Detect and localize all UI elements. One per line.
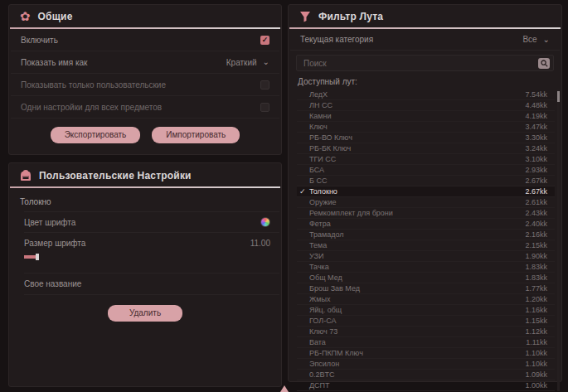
loot-list-scrollbar[interactable] [557,90,560,391]
name-mode-dropdown[interactable]: Краткий ⌄ [226,58,269,67]
loot-list-item[interactable]: ✓ Ключ 73 1.12kk [297,327,555,337]
loot-item-value: 3.10kk [525,155,547,163]
loot-list-item[interactable]: ✓ Эпсилон 1.10kk [297,359,555,370]
loot-item-value: 3.24kk [525,144,547,152]
loot-item-value: 2.40kk [525,220,547,228]
category-value: Все [522,35,536,44]
delete-button[interactable]: Удалить [108,305,182,322]
selected-item-name: Толокно [9,188,281,211]
loot-list-item[interactable]: ✓ Тема 2.15kk [297,240,555,251]
loot-list-item[interactable]: ✓ РБ-ВО Ключ 3.30kk [297,133,555,143]
font-size-slider-row [24,253,281,266]
loot-item-name: БСА [309,166,324,174]
import-button[interactable]: Импортировать [152,127,240,143]
loot-list-item[interactable]: ✓ Ремкомплект для брони 2.43kk [297,208,555,219]
scrollbar-thumb[interactable] [557,91,560,102]
loot-list-item[interactable]: ✓ УЗИ 1.90kk [297,251,555,262]
loot-item-value: 1.10kk [525,349,547,357]
loot-list-item[interactable]: ✓ Жмых 1.20kk [297,294,555,305]
loot-item-name: Трамадол [309,230,344,239]
general-panel-header: ✿ Общие [9,5,281,27]
loot-list-item[interactable]: ✓ Фетра 2.40kk [297,219,555,230]
loot-item-value: 1.83kk [525,263,547,271]
only-custom-checkbox[interactable] [260,80,269,90]
loot-item-value: 2.67kk [525,187,547,196]
loot-item-name: Тачка [309,263,329,271]
loot-list-item[interactable]: ✓ РБ-БК Ключ 3.24kk [297,143,555,154]
loot-item-value: 1.20kk [525,295,547,303]
enable-checkbox[interactable]: ✓ [260,36,269,45]
font-size-label: Размер шрифта [24,239,85,248]
loot-item-name: ДСПТ [309,381,330,390]
loot-item-value: 2.67kk [525,177,547,185]
search-bar [296,55,554,71]
same-settings-checkbox[interactable] [260,103,269,112]
category-row: Текущая категория Все ⌄ [290,29,560,51]
loot-list-item[interactable]: ✓ Вата 1.11kk [297,337,555,348]
loot-item-name: РБ-ПКПМ Ключ [309,349,363,357]
loot-item-name: Тема [309,241,327,249]
user-settings-title: Пользовательские Настройки [39,170,192,181]
setting-row-enable: Включить ✓ [11,29,279,51]
loot-item-value: 1.10kk [525,360,547,368]
setting-row-same-settings: Одни настройки для всех предметов [11,96,279,119]
color-picker-icon[interactable] [260,217,270,227]
search-input[interactable] [303,59,538,68]
loot-item-name: РБ-ВО Ключ [309,133,352,142]
loot-list-item[interactable]: ✓ ДСПТ 1.00kk [297,380,555,391]
loot-list-item[interactable]: ✓ Б СС 2.67kk [297,176,555,186]
loot-item-name: Ремкомплект для брони [309,209,393,217]
loot-list-item[interactable]: ✓ Толокно 2.67kk [297,186,555,197]
window-resize-handle-icon[interactable] [280,385,289,392]
loot-item-name: РБ-БК Ключ [309,144,351,152]
loot-item-value: 1.90kk [525,252,547,260]
loot-item-name: Оружие [309,198,337,206]
loot-item-value: 3.47kk [525,123,547,131]
custom-name-input[interactable] [90,279,270,288]
user-settings-panel: Пользовательские Настройки Толокно Цвет … [8,162,282,387]
loot-item-name: Б СС [309,177,327,185]
loot-list-item[interactable]: ✓ Тачка 1.83kk [297,262,555,273]
loot-list-item[interactable]: ✓ ЛН СС 4.48kk [297,100,555,111]
loot-item-name: ЛедХ [309,90,328,99]
available-loot-label: Доступный лут: [289,73,561,89]
loot-item-value: 1.09kk [525,370,547,379]
loot-list-item[interactable]: ✓ Оружие 2.61kk [297,197,555,208]
search-icon[interactable] [538,58,550,69]
loot-filter-panel: Фильтр Лута Текущая категория Все ⌄ [288,4,562,382]
slider-handle[interactable] [36,254,39,260]
loot-item-name: Вата [309,338,326,346]
loot-list-item[interactable]: ✓ Яйц. общ 1.16kk [297,305,555,316]
loot-list-item[interactable]: ✓ Ключ 3.47kk [297,122,555,133]
loot-item-value: 1.16kk [525,306,547,314]
loot-item-name: Толокно [309,187,337,196]
loot-list-item[interactable]: ✓ ТГИ СС 3.10kk [297,154,555,165]
category-dropdown[interactable]: Все ⌄ [522,35,550,44]
loot-item-name: Жмых [309,295,330,303]
loot-list-item[interactable]: ✓ Общ Мед 1.83kk [297,273,555,283]
loot-list-item[interactable]: ✓ 0.2BTC 1.09kk [297,370,555,380]
name-mode-value: Краткий [226,58,257,67]
loot-list-item[interactable]: ✓ Камни 4.19kk [297,111,555,122]
loot-list-item[interactable]: ✓ БСА 2.93kk [297,165,555,176]
app-window: ✿ Общие Включить ✓ Показать имя как Крат… [0,0,568,392]
loot-item-value: 1.83kk [525,273,547,282]
loot-item-name: Общ Мед [309,273,342,282]
loot-list-item[interactable]: ✓ ЛедХ 7.54kk [297,90,555,100]
left-column: ✿ Общие Включить ✓ Показать имя как Крат… [8,4,282,387]
right-column: Фильтр Лута Текущая категория Все ⌄ [288,4,562,387]
only-custom-label: Показывать только пользовательские [21,80,166,90]
category-label: Текущая категория [300,35,373,44]
loot-list-item[interactable]: ✓ Брош Зав Мед 1.77kk [297,283,555,294]
loot-item-value: 2.61kk [525,198,547,206]
font-size-slider[interactable] [24,255,272,259]
loot-list-item[interactable]: ✓ Трамадол 2.16kk [297,230,555,240]
setting-row-only-custom: Показывать только пользовательские [11,74,279,96]
loot-item-value: 1.00kk [525,381,547,390]
export-import-row: Экспортировать Импортировать [9,119,281,154]
loot-list-item[interactable]: ✓ РБ-ПКПМ Ключ 1.10kk [297,348,555,359]
loot-list-item[interactable]: ✓ ГОЛ-СА 1.15kk [297,316,555,327]
funnel-icon [299,11,311,22]
general-panel-title: Общие [38,11,73,22]
export-button[interactable]: Экспортировать [51,127,141,143]
